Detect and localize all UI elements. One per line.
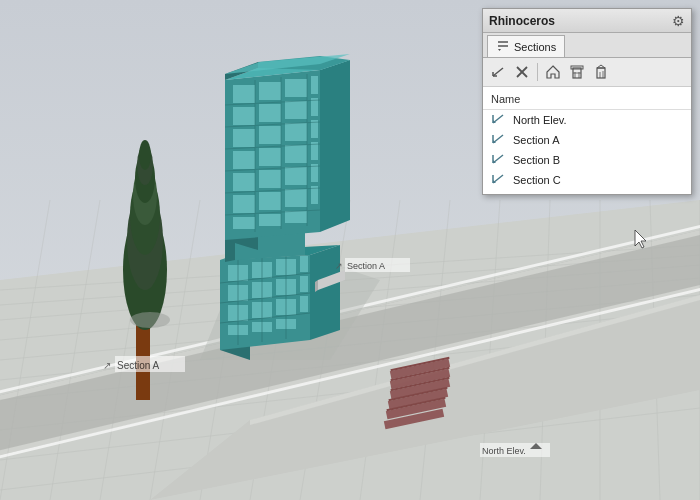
panel-titlebar: Rhinoceros ⚙ (483, 9, 691, 33)
svg-rect-101 (233, 173, 255, 191)
section-b-label: Section B (513, 154, 560, 166)
svg-rect-93 (233, 129, 255, 147)
list-item-section-b[interactable]: Section B (483, 150, 691, 170)
svg-rect-99 (285, 145, 307, 163)
svg-rect-111 (285, 211, 307, 223)
svg-rect-89 (233, 107, 255, 125)
svg-rect-87 (285, 79, 307, 97)
tab-sections[interactable]: Sections (487, 35, 565, 57)
svg-rect-69 (300, 296, 308, 312)
svg-rect-65 (300, 276, 308, 292)
section-a-icon (491, 133, 507, 147)
svg-point-52 (139, 140, 151, 170)
list-item-north-elev[interactable]: North Elev. (483, 110, 691, 130)
svg-rect-85 (233, 85, 255, 103)
svg-rect-86 (259, 82, 281, 100)
tab-bar: Sections (483, 33, 691, 58)
building2-button[interactable] (590, 61, 612, 83)
svg-rect-61 (300, 256, 308, 272)
svg-rect-152 (597, 68, 605, 78)
svg-rect-110 (259, 214, 281, 226)
rhinoceros-panel: Rhinoceros ⚙ Sections (482, 8, 692, 195)
svg-rect-106 (259, 192, 281, 210)
svg-rect-97 (233, 151, 255, 169)
section-b-icon (491, 153, 507, 167)
viewport: Section A ↗ Section A ↗ North Elev. Rhin… (0, 0, 700, 500)
section-a-label: Section A (513, 134, 559, 146)
list-item-section-a[interactable]: Section A (483, 130, 691, 150)
svg-rect-105 (233, 195, 255, 213)
svg-rect-88 (311, 76, 318, 94)
panel-toolbar (483, 58, 691, 87)
section-c-icon (491, 173, 507, 187)
svg-text:↗: ↗ (103, 360, 111, 371)
list-item-section-c[interactable]: Section C (483, 170, 691, 190)
north-elev-icon (491, 113, 507, 127)
tab-sections-label: Sections (514, 41, 556, 53)
svg-marker-57 (310, 245, 340, 340)
svg-marker-139 (498, 49, 501, 51)
svg-text:Section A: Section A (117, 360, 160, 371)
building1-button[interactable] (566, 61, 588, 83)
panel-content: Name North Elev. (483, 87, 691, 194)
svg-rect-95 (285, 123, 307, 141)
panel-title: Rhinoceros (489, 14, 555, 28)
svg-rect-103 (285, 167, 307, 185)
svg-text:Section A: Section A (347, 261, 385, 271)
svg-text:North Elev.: North Elev. (482, 446, 526, 456)
svg-rect-102 (259, 170, 281, 188)
svg-text:↗: ↗ (335, 261, 343, 271)
svg-rect-91 (285, 101, 307, 119)
settings-icon[interactable]: ⚙ (672, 13, 685, 29)
svg-rect-107 (285, 189, 307, 207)
delete-button[interactable] (511, 61, 533, 83)
svg-line-140 (493, 68, 503, 76)
svg-marker-126 (315, 280, 318, 292)
svg-rect-94 (259, 126, 281, 144)
svg-marker-145 (547, 66, 559, 78)
separator-1 (537, 63, 538, 81)
svg-rect-98 (259, 148, 281, 166)
svg-rect-109 (233, 217, 255, 229)
svg-rect-90 (259, 104, 281, 122)
north-elev-label: North Elev. (513, 114, 567, 126)
add-section-button[interactable] (487, 61, 509, 83)
svg-marker-153 (597, 65, 605, 68)
home-button[interactable] (542, 61, 564, 83)
list-header: Name (483, 91, 691, 110)
sections-tab-icon (496, 39, 510, 54)
svg-marker-84 (320, 60, 350, 232)
section-c-label: Section C (513, 174, 561, 186)
svg-point-53 (130, 312, 170, 328)
